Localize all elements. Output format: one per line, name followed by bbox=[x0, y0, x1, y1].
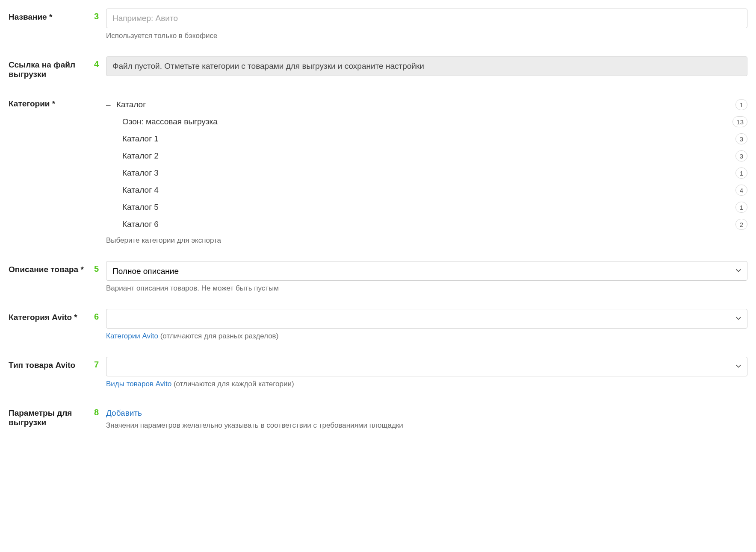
label-export-link: Ссылка на файл выгрузки bbox=[9, 56, 94, 79]
label-avito-category: Категория Avito * bbox=[9, 309, 94, 322]
avito-categories-link[interactable]: Категории Avito bbox=[106, 332, 158, 340]
tree-item-count: 3 bbox=[735, 150, 747, 161]
tree-item-count: 2 bbox=[735, 219, 747, 230]
description-select[interactable]: Полное описание bbox=[106, 261, 747, 281]
avito-type-select[interactable] bbox=[106, 357, 747, 376]
tree-collapse-icon[interactable]: – bbox=[106, 100, 114, 109]
label-description: Описание товара * bbox=[9, 261, 94, 274]
hint-avito-type: Виды товаров Avito (отличаются для каждо… bbox=[106, 380, 747, 388]
tree-item[interactable]: Каталог 4 4 bbox=[106, 182, 747, 199]
tree-item-name: Каталог 4 bbox=[122, 185, 159, 195]
tree-item-name: Каталог 2 bbox=[122, 151, 159, 161]
tree-item-count: 4 bbox=[735, 185, 747, 196]
label-name: Название * bbox=[9, 9, 94, 22]
marker-categories bbox=[94, 95, 106, 98]
label-export-params: Параметры для выгрузки bbox=[9, 405, 94, 427]
marker-export-link: 4 bbox=[94, 56, 106, 69]
add-param-button[interactable]: Добавить bbox=[106, 408, 142, 418]
export-link-message: Файл пустой. Отметьте категории с товара… bbox=[106, 56, 747, 76]
tree-item-name: Каталог 6 bbox=[122, 220, 159, 229]
hint-description: Вариант описания товаров. Не может быть … bbox=[106, 284, 747, 293]
name-input[interactable] bbox=[106, 9, 747, 28]
marker-export-params: 8 bbox=[94, 405, 106, 417]
tree-item[interactable]: Каталог 6 2 bbox=[106, 216, 747, 233]
tree-item[interactable]: Каталог 1 3 bbox=[106, 130, 747, 147]
hint-avito-type-rest: (отличаются для каждой категории) bbox=[171, 380, 294, 388]
row-export-params: Параметры для выгрузки 8 Добавить Значен… bbox=[9, 405, 747, 430]
marker-description: 5 bbox=[94, 261, 106, 274]
tree-item-name: Каталог 5 bbox=[122, 203, 159, 212]
tree-item-count: 13 bbox=[732, 116, 747, 127]
marker-avito-type: 7 bbox=[94, 357, 106, 370]
tree-item[interactable]: Каталог 3 1 bbox=[106, 164, 747, 182]
row-avito-category: Категория Avito * 6 Категории Avito (отл… bbox=[9, 309, 747, 341]
marker-avito-category: 6 bbox=[94, 309, 106, 322]
hint-avito-category: Категории Avito (отличаются для разных р… bbox=[106, 332, 747, 341]
label-avito-type: Тип товара Avito bbox=[9, 357, 94, 370]
tree-item[interactable]: Озон: массовая выгрузка 13 bbox=[106, 113, 747, 130]
tree-item[interactable]: Каталог 5 1 bbox=[106, 199, 747, 216]
hint-avito-category-rest: (отличаются для разных разделов) bbox=[158, 332, 278, 340]
tree-item[interactable]: Каталог 2 3 bbox=[106, 147, 747, 164]
tree-item-count: 1 bbox=[735, 202, 747, 213]
marker-name: 3 bbox=[94, 9, 106, 21]
row-name: Название * 3 Используется только в бэкоф… bbox=[9, 9, 747, 40]
tree-root-count: 1 bbox=[735, 99, 747, 110]
tree-root-name: Каталог bbox=[116, 100, 146, 109]
tree-item-name: Каталог 3 bbox=[122, 168, 159, 178]
row-description: Описание товара * 5 Полное описание Вари… bbox=[9, 261, 747, 293]
avito-types-link[interactable]: Виды товаров Avito bbox=[106, 380, 171, 388]
tree-item-name: Озон: массовая выгрузка bbox=[122, 117, 218, 126]
label-categories: Категории * bbox=[9, 95, 94, 109]
avito-category-select[interactable] bbox=[106, 309, 747, 329]
row-categories: Категории * – Каталог 1 Озон: массовая в… bbox=[9, 95, 747, 245]
category-tree: – Каталог 1 Озон: массовая выгрузка 13 К… bbox=[106, 96, 747, 233]
hint-name: Используется только в бэкофисе bbox=[106, 32, 747, 40]
hint-categories: Выберите категории для экспорта bbox=[106, 236, 747, 245]
row-export-link: Ссылка на файл выгрузки 4 Файл пустой. О… bbox=[9, 56, 747, 79]
row-avito-type: Тип товара Avito 7 Виды товаров Avito (о… bbox=[9, 357, 747, 388]
tree-item-name: Каталог 1 bbox=[122, 134, 159, 144]
tree-root[interactable]: – Каталог 1 bbox=[106, 96, 747, 113]
tree-item-count: 1 bbox=[735, 167, 747, 179]
tree-item-count: 3 bbox=[735, 133, 747, 144]
hint-export-params: Значения параметров желательно указывать… bbox=[106, 421, 747, 430]
